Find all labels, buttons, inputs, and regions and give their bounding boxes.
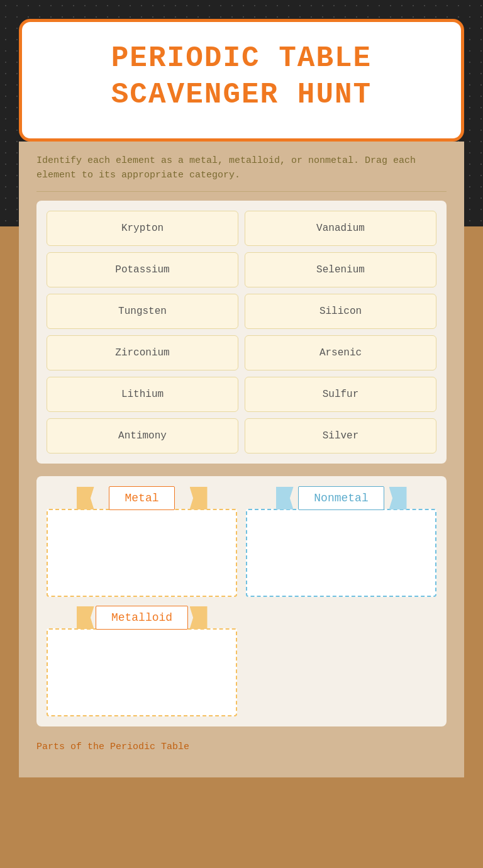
elements-grid: KryptonVanadiumPotassiumSeleniumTungsten…	[47, 211, 436, 453]
instructions-text: Identify each element as a metal, metall…	[36, 154, 447, 182]
metal-zone-wrapper: Metal	[47, 486, 237, 597]
element-card[interactable]: Lithium	[47, 377, 238, 412]
metalloid-drop-zone[interactable]	[47, 628, 237, 716]
title-line2: SCAVENGER HUNT	[111, 79, 372, 111]
nonmetal-ribbon: Nonmetal	[285, 486, 398, 510]
title-box: PERIODIC TABLE SCAVENGER HUNT	[19, 19, 464, 142]
element-card[interactable]: Antimony	[47, 418, 238, 453]
metalloid-zone-wrapper: Metalloid	[47, 606, 237, 716]
nonmetal-zone-wrapper: Nonmetal	[246, 486, 436, 597]
element-card[interactable]: Zirconium	[47, 335, 238, 370]
element-card[interactable]: Potassium	[47, 252, 238, 287]
element-card[interactable]: Sulfur	[245, 377, 436, 412]
element-card[interactable]: Tungsten	[47, 294, 238, 329]
footer-text: Parts of the Periodic Table	[36, 742, 447, 752]
metalloid-label: Metalloid	[96, 606, 188, 630]
title-line1: PERIODIC TABLE	[111, 42, 372, 75]
metalloid-ribbon: Metalloid	[86, 606, 199, 630]
metal-drop-zone[interactable]	[47, 509, 237, 597]
nonmetal-label: Nonmetal	[298, 486, 384, 510]
page-title: PERIODIC TABLE SCAVENGER HUNT	[47, 41, 436, 113]
elements-container: KryptonVanadiumPotassiumSeleniumTungsten…	[36, 201, 447, 464]
element-card[interactable]: Vanadium	[245, 211, 436, 246]
element-card[interactable]: Silicon	[245, 294, 436, 329]
drop-zones-container: Metal Nonmetal Metalloid	[36, 476, 447, 726]
element-card[interactable]: Selenium	[245, 252, 436, 287]
element-card[interactable]: Krypton	[47, 211, 238, 246]
lower-section: Identify each element as a metal, metall…	[19, 142, 464, 777]
nonmetal-drop-zone[interactable]	[246, 509, 436, 597]
metal-ribbon: Metal	[86, 486, 199, 510]
element-card[interactable]: Silver	[245, 418, 436, 453]
divider	[36, 191, 447, 192]
metal-label: Metal	[109, 486, 174, 510]
element-card[interactable]: Arsenic	[245, 335, 436, 370]
